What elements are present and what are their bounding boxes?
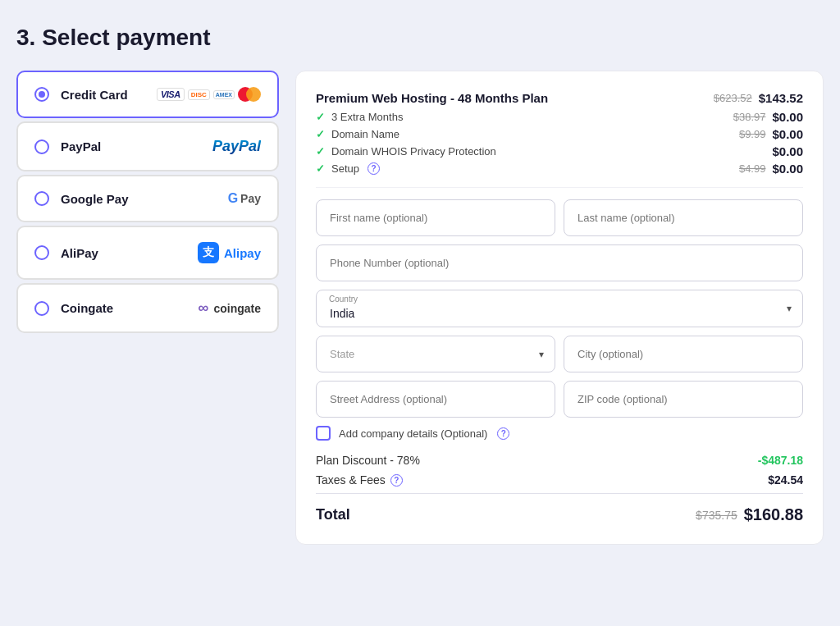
alipay-logo: 支 Alipay [198,242,261,263]
payment-label-google-pay: Google Pay [61,192,129,206]
company-label: Add company details (Optional) [339,427,487,440]
state-select[interactable]: State [316,336,555,372]
state-city-row: State ▾ [316,336,803,372]
check-icon-1: ✓ [316,128,325,140]
payment-option-credit-card[interactable]: Credit Card VISA DISC AMEX [16,71,279,118]
radio-google-pay[interactable] [34,191,49,206]
payment-option-google-pay[interactable]: Google Pay GPay [16,175,279,222]
feature-name-3: Setup [331,162,359,175]
company-row: Add company details (Optional) ? [316,426,803,441]
feature-orig-3: $4.99 [739,162,766,175]
company-checkbox[interactable] [316,426,331,441]
country-label: Country [329,295,358,304]
mastercard-logo [238,87,261,102]
radio-coingate[interactable] [34,301,49,316]
first-name-input[interactable] [316,199,555,236]
last-name-field [564,199,803,236]
feature-price-2: $0.00 [772,144,803,158]
gpay-logo: GPay [228,191,261,206]
street-field [316,381,555,418]
zip-field [564,381,803,418]
order-panel: Premium Web Hosting - 48 Months Plan $62… [295,71,824,545]
plan-original-price: $623.52 [714,92,752,104]
feature-row-1: ✓ Domain Name $9.99 $0.00 [316,127,803,141]
total-original: $735.75 [696,509,737,522]
radio-credit-card[interactable] [34,87,49,102]
company-help-icon[interactable]: ? [497,427,509,440]
credit-card-logos: VISA DISC AMEX [157,87,261,102]
last-name-input[interactable] [564,199,803,236]
discover-logo: DISC [188,89,210,100]
state-field: State ▾ [316,336,555,372]
feature-row-2: ✓ Domain WHOIS Privacy Protection $0.00 [316,144,803,158]
payment-label-coingate: Coingate [61,301,113,315]
feature-row-0: ✓ 3 Extra Months $38.97 $0.00 [316,110,803,124]
address-row [316,381,803,418]
phone-row [316,244,803,281]
discount-label: Plan Discount - 78% [316,454,420,467]
check-icon-0: ✓ [316,111,325,123]
feature-price-3: $0.00 [772,162,803,176]
phone-field [316,244,803,281]
page-title: 3. Select payment [16,25,824,51]
country-field: Country India ▾ [316,290,803,327]
taxes-label: Taxes & Fees [316,473,386,487]
radio-alipay[interactable] [34,245,49,260]
feature-price-1: $0.00 [772,127,803,141]
check-icon-3: ✓ [316,162,325,175]
total-label: Total [316,506,350,523]
country-row: Country India ▾ [316,290,803,327]
feature-name-2: Domain WHOIS Privacy Protection [331,145,496,158]
zip-input[interactable] [564,381,803,418]
feature-orig-0: $38.97 [733,111,766,123]
street-input[interactable] [316,381,555,418]
city-input[interactable] [564,336,803,372]
total-price-group: $735.75 $160.88 [696,505,803,524]
discount-row: Plan Discount - 78% -$487.18 [316,454,803,467]
visa-logo: VISA [157,88,185,101]
plan-title: Premium Web Hosting - 48 Months Plan [316,91,714,105]
payment-label-alipay: AliPay [61,246,98,260]
payment-label-paypal: PayPal [61,139,101,153]
paypal-logo: PayPal [212,138,261,155]
total-row: Total $735.75 $160.88 [316,493,803,524]
payment-option-coingate[interactable]: Coingate ∞ coingate [16,283,279,333]
divider-1 [316,187,803,188]
coingate-logo: ∞ coingate [199,299,261,317]
feature-orig-1: $9.99 [739,128,766,140]
payment-label-credit-card: Credit Card [61,88,128,102]
country-select[interactable]: India [316,290,803,327]
check-icon-2: ✓ [316,145,325,158]
plan-row: Premium Web Hosting - 48 Months Plan $62… [316,91,803,105]
setup-help-icon[interactable]: ? [368,162,380,175]
taxes-row: Taxes & Fees ? $24.54 [316,473,803,487]
discount-value: -$487.18 [758,454,803,467]
payment-option-paypal[interactable]: PayPal PayPal [16,121,279,171]
payment-methods-panel: Credit Card VISA DISC AMEX PayPal PayPal [16,71,279,333]
first-name-field [316,199,555,236]
feature-name-1: Domain Name [331,128,399,140]
taxes-value: $24.54 [768,473,803,487]
main-layout: Credit Card VISA DISC AMEX PayPal PayPal [16,71,824,545]
name-row [316,199,803,236]
taxes-help-icon[interactable]: ? [390,474,403,487]
city-field [564,336,803,372]
feature-name-0: 3 Extra Months [331,111,403,123]
plan-new-price: $143.52 [759,91,803,105]
phone-input[interactable] [316,244,803,281]
payment-option-alipay[interactable]: AliPay 支 Alipay [16,226,279,280]
amex-logo: AMEX [213,90,235,99]
feature-price-0: $0.00 [772,110,803,124]
feature-row-3: ✓ Setup ? $4.99 $0.00 [316,162,803,176]
radio-paypal[interactable] [34,139,49,154]
total-new: $160.88 [744,505,803,524]
plan-price-group: $623.52 $143.52 [714,91,803,105]
